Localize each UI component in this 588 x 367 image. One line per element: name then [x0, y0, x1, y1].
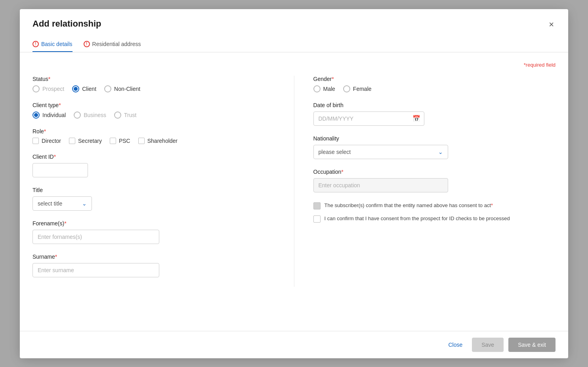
role-field: Role* Director Secretary — [32, 128, 275, 144]
tab-error-icon-basic: ! — [32, 41, 39, 47]
client-type-radio-group: Individual Business Trust — [32, 111, 275, 119]
status-client[interactable]: Client — [72, 85, 96, 92]
surname-field: Surname* — [32, 254, 275, 277]
type-trust-radio[interactable] — [114, 111, 121, 119]
status-non-client[interactable]: Non-Client — [104, 85, 140, 92]
modal-overlay: Add relationship × ! Basic details ! Res… — [0, 0, 588, 367]
forenames-field: Forename(s)* — [32, 220, 275, 244]
client-id-field: Client ID* — [32, 154, 275, 177]
modal-title: Add relationship — [32, 19, 101, 29]
consent2-item: I can confirm that I have consent from t… — [313, 215, 556, 223]
type-individual[interactable]: Individual — [32, 111, 66, 119]
client-type-field: Client type* Individual Business — [32, 102, 275, 119]
client-id-label: Client ID* — [32, 154, 275, 160]
gender-female[interactable]: Female — [343, 85, 372, 92]
dob-field: Date of birth 📅 — [313, 102, 556, 126]
nationality-select-button[interactable]: please select ⌄ — [313, 145, 448, 159]
consent2-text: I can confirm that I have consent from t… — [325, 215, 510, 222]
status-prospect[interactable]: Prospect — [32, 85, 64, 92]
role-label: Role* — [32, 128, 275, 135]
gender-radio-group: Male Female — [313, 85, 556, 92]
status-radio-group: Prospect Client Non-Client — [32, 85, 275, 92]
role-psc-checkbox[interactable] — [110, 138, 116, 144]
right-column: Gender* Male Female — [294, 76, 556, 287]
tab-basic-details[interactable]: ! Basic details — [32, 37, 73, 52]
gender-male[interactable]: Male — [313, 85, 335, 92]
nationality-field: Nationality please select ⌄ — [313, 135, 556, 159]
gender-female-radio[interactable] — [343, 85, 350, 92]
nationality-chevron-icon: ⌄ — [438, 149, 443, 155]
tab-residential-address[interactable]: ! Residential address — [84, 37, 141, 52]
gender-male-radio[interactable] — [313, 85, 321, 92]
status-prospect-radio[interactable] — [32, 85, 40, 92]
required-note: *required field — [32, 62, 556, 68]
role-secretary-checkbox[interactable] — [69, 138, 75, 144]
left-column: Status* Prospect Client — [32, 76, 294, 287]
role-director-checkbox[interactable] — [32, 138, 39, 144]
dob-input-wrapper: 📅 — [313, 111, 424, 126]
gender-field: Gender* Male Female — [313, 76, 556, 92]
consent1-item: The subscriber(s) confirm that the entit… — [313, 202, 556, 209]
type-business-radio[interactable] — [74, 111, 81, 119]
title-field: Title select title ⌄ — [32, 187, 275, 211]
consent1-text: The subscriber(s) confirm that the entit… — [325, 202, 493, 209]
title-select-button[interactable]: select title ⌄ — [32, 196, 92, 211]
nationality-select-value: please select — [319, 149, 351, 155]
tab-error-icon-address: ! — [84, 41, 90, 47]
save-exit-button[interactable]: Save & exit — [508, 338, 556, 352]
role-checkbox-group: Director Secretary PSC — [32, 138, 275, 144]
tab-bar: ! Basic details ! Residential address — [20, 37, 568, 52]
gender-label: Gender* — [313, 76, 556, 82]
forenames-label: Forename(s)* — [32, 220, 275, 227]
title-select-wrapper: select title ⌄ — [32, 196, 92, 211]
client-type-label: Client type* — [32, 102, 275, 108]
modal-footer: Close Save Save & exit — [20, 331, 568, 358]
role-director[interactable]: Director — [32, 138, 61, 144]
role-psc[interactable]: PSC — [110, 138, 130, 144]
role-shareholder[interactable]: Shareholder — [138, 138, 178, 144]
status-non-client-radio[interactable] — [104, 85, 111, 92]
surname-label: Surname* — [32, 254, 275, 260]
dob-label: Date of birth — [313, 102, 556, 108]
close-button[interactable]: Close — [443, 338, 467, 351]
type-trust[interactable]: Trust — [114, 111, 136, 119]
consent-section: The subscriber(s) confirm that the entit… — [313, 202, 556, 223]
occupation-field: Occupation* — [313, 169, 556, 192]
modal-header: Add relationship × — [20, 9, 568, 31]
consent2-checkbox[interactable] — [313, 215, 321, 223]
forenames-input[interactable] — [32, 230, 159, 244]
title-select-value: select title — [38, 200, 62, 207]
occupation-label: Occupation* — [313, 169, 556, 175]
save-button[interactable]: Save — [472, 338, 504, 352]
nationality-select-wrapper: please select ⌄ — [313, 145, 448, 159]
form-columns: Status* Prospect Client — [32, 76, 556, 287]
type-business[interactable]: Business — [74, 111, 106, 119]
title-label: Title — [32, 187, 275, 193]
status-field: Status* Prospect Client — [32, 76, 275, 92]
status-client-radio[interactable] — [72, 85, 79, 92]
role-shareholder-checkbox[interactable] — [138, 138, 145, 144]
client-id-input[interactable] — [32, 163, 88, 177]
status-label: Status* — [32, 76, 275, 82]
surname-input[interactable] — [32, 263, 159, 277]
type-individual-radio[interactable] — [32, 111, 40, 119]
occupation-input[interactable] — [313, 178, 448, 192]
title-chevron-icon: ⌄ — [82, 200, 87, 207]
modal-body: *required field Status* Prospect — [20, 52, 568, 331]
dob-input[interactable] — [313, 111, 424, 126]
add-relationship-modal: Add relationship × ! Basic details ! Res… — [20, 9, 568, 358]
consent1-checkbox[interactable] — [313, 202, 321, 209]
modal-close-button[interactable]: × — [547, 19, 556, 31]
nationality-label: Nationality — [313, 135, 556, 142]
role-secretary[interactable]: Secretary — [69, 138, 102, 144]
